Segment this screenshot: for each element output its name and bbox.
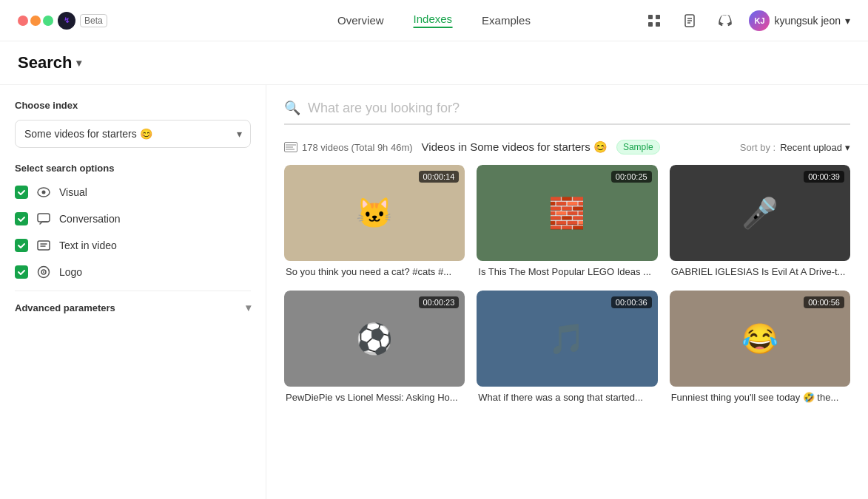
avatar: KJ xyxy=(749,10,770,31)
video-thumb-3: 🎤 00:00:39 xyxy=(670,165,850,261)
conversation-checkbox[interactable] xyxy=(15,212,28,225)
videos-title-text: Videos in Some videos for starters 😊 xyxy=(422,140,608,154)
beta-badge: Beta xyxy=(80,14,107,27)
discord-icon xyxy=(718,15,733,27)
duration-badge-1: 00:00:14 xyxy=(419,171,460,183)
video-thumb-4: ⚽ 00:00:23 xyxy=(284,291,465,387)
svg-rect-2 xyxy=(648,22,653,27)
logo-icon xyxy=(18,16,53,26)
video-thumb-5: 🎵 00:00:36 xyxy=(477,291,657,387)
option-visual[interactable]: Visual xyxy=(15,184,251,200)
page-title-chevron: ▾ xyxy=(76,57,81,69)
user-menu[interactable]: KJ kyungsuk jeon ▾ xyxy=(749,10,850,31)
sort-value-text: Recent upload xyxy=(780,142,842,153)
text-in-video-checkbox[interactable] xyxy=(15,239,28,252)
video-card-5[interactable]: 🎵 00:00:36 What if there was a song that… xyxy=(477,291,657,404)
svg-rect-10 xyxy=(38,214,50,222)
chat-icon xyxy=(37,213,50,225)
user-name: kyungsuk jeon xyxy=(774,15,841,27)
choose-index-label: Choose index xyxy=(15,100,251,111)
document-icon xyxy=(683,14,696,27)
svg-point-9 xyxy=(42,191,46,194)
sort-area: Sort by : Recent upload ▾ xyxy=(740,142,850,153)
visual-label: Visual xyxy=(59,186,87,198)
nav-examples[interactable]: Examples xyxy=(482,14,531,27)
nav-overview[interactable]: Overview xyxy=(337,14,384,27)
logo-circle-icon xyxy=(37,265,50,279)
sort-chevron-icon: ▾ xyxy=(845,142,850,153)
option-conversation[interactable]: Conversation xyxy=(15,211,251,227)
nav-indexes[interactable]: Indexes xyxy=(414,13,453,28)
videos-count-area: 178 videos (Total 9h 46m) xyxy=(284,142,413,153)
main-layout: Choose index Some videos for starters 😊 … xyxy=(0,85,868,499)
option-text-in-video[interactable]: Text in video xyxy=(15,237,251,254)
grid-icon xyxy=(647,14,661,27)
option-logo[interactable]: Logo xyxy=(15,264,251,280)
content-area: 🔍 178 videos (Total 9h 46m) Videos in So… xyxy=(266,85,868,499)
visual-checkbox[interactable] xyxy=(15,186,28,199)
discord-icon-btn[interactable] xyxy=(713,9,737,33)
page-title-bar: Search ▾ xyxy=(0,41,868,85)
header-right: KJ kyungsuk jeon ▾ xyxy=(642,9,850,33)
logo-label: Logo xyxy=(59,266,82,278)
video-card-1[interactable]: 🐱 00:00:14 So you think you need a cat? … xyxy=(284,165,465,279)
duration-badge-3: 00:00:39 xyxy=(804,171,844,183)
search-options-title: Select search options xyxy=(15,163,251,174)
videos-title: Videos in Some videos for starters 😊 xyxy=(422,140,608,154)
video-grid: 🐱 00:00:14 So you think you need a cat? … xyxy=(284,165,850,404)
logo-area: ↯ Beta xyxy=(18,12,107,30)
video-card-3[interactable]: 🎤 00:00:39 GABRIEL IGLESIAS Is Evil At A… xyxy=(670,165,850,279)
video-list-icon xyxy=(284,142,297,152)
sort-select[interactable]: Recent upload ▾ xyxy=(780,142,850,153)
duration-badge-5: 00:00:36 xyxy=(611,296,652,308)
text-in-video-icon xyxy=(36,237,52,254)
svg-rect-3 xyxy=(656,22,660,27)
video-thumb-2: 🧱 00:00:25 xyxy=(477,165,657,261)
grid-icon-btn[interactable] xyxy=(642,9,666,33)
sort-label: Sort by : xyxy=(740,142,776,153)
index-select-wrapper: Some videos for starters 😊 ▾ xyxy=(15,120,251,148)
advanced-section: Advanced parameters ▾ xyxy=(15,291,251,313)
videos-header-left: 178 videos (Total 9h 46m) Videos in Some… xyxy=(284,140,660,155)
text-icon xyxy=(37,239,50,252)
app-header: ↯ Beta Overview Indexes Examples xyxy=(0,0,868,41)
advanced-chevron-icon: ▾ xyxy=(246,302,251,313)
video-title-4: PewDiePie vs Lionel Messi: Asking Ho... xyxy=(284,391,465,404)
svg-point-16 xyxy=(43,271,44,273)
search-input[interactable] xyxy=(308,101,850,116)
video-title-2: Is This The Most Popular LEGO Ideas ... xyxy=(477,265,657,279)
video-card-4[interactable]: ⚽ 00:00:23 PewDiePie vs Lionel Messi: As… xyxy=(284,291,465,404)
duration-badge-4: 00:00:23 xyxy=(419,296,460,308)
sidebar: Choose index Some videos for starters 😊 … xyxy=(0,85,266,499)
svg-rect-1 xyxy=(656,15,660,19)
visual-icon xyxy=(36,184,52,200)
check-icon xyxy=(17,214,26,223)
eye-icon xyxy=(37,187,50,197)
search-bar: 🔍 xyxy=(284,100,850,125)
advanced-toggle[interactable]: Advanced parameters ▾ xyxy=(15,302,251,313)
conversation-icon xyxy=(36,211,52,227)
check-icon xyxy=(17,188,26,197)
svg-rect-0 xyxy=(648,15,653,19)
video-title-1: So you think you need a cat? #cats #... xyxy=(284,265,465,279)
video-card-6[interactable]: 😂 00:00:56 Funniest thing you'll see tod… xyxy=(670,291,850,404)
video-title-6: Funniest thing you'll see today 🤣 the... xyxy=(670,391,850,404)
doc-icon-btn[interactable] xyxy=(678,9,702,33)
brand-sub-icon: ↯ xyxy=(58,12,75,30)
video-thumb-6: 😂 00:00:56 xyxy=(670,291,850,387)
video-card-2[interactable]: 🧱 00:00:25 Is This The Most Popular LEGO… xyxy=(477,165,657,279)
conversation-label: Conversation xyxy=(59,213,121,225)
search-magnifier-icon: 🔍 xyxy=(284,100,300,116)
sample-badge: Sample xyxy=(616,140,660,155)
video-thumb-1: 🐱 00:00:14 xyxy=(284,165,465,261)
svg-rect-11 xyxy=(38,241,50,250)
video-title-3: GABRIEL IGLESIAS Is Evil At A Drive-t... xyxy=(670,265,850,279)
page-title[interactable]: Search ▾ xyxy=(18,53,850,72)
index-select[interactable]: Some videos for starters 😊 xyxy=(15,120,251,148)
main-nav: Overview Indexes Examples xyxy=(337,13,531,28)
text-in-video-label: Text in video xyxy=(59,240,117,251)
advanced-label: Advanced parameters xyxy=(15,302,115,313)
logo-checkbox[interactable] xyxy=(15,265,28,279)
logo-icon xyxy=(36,264,52,280)
videos-header: 178 videos (Total 9h 46m) Videos in Some… xyxy=(284,140,850,155)
